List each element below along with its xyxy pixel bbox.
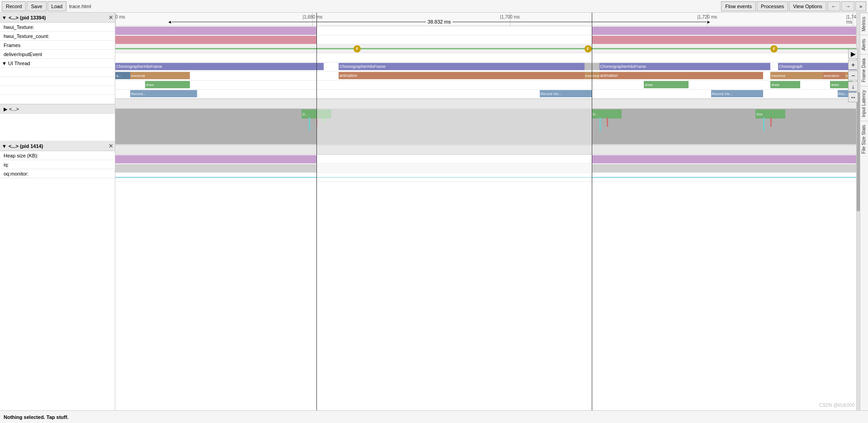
track-frames[interactable]: F F F: [115, 44, 860, 53]
tab-metrics[interactable]: Metrics: [860, 13, 868, 35]
mini-bar-6: [763, 118, 764, 131]
bracket-left-arrow: ◄: [167, 19, 172, 24]
watermark: CSDN @码农000: [819, 402, 854, 409]
zoom-out-button[interactable]: −: [848, 71, 858, 81]
iq-gap: [316, 164, 592, 172]
process2-title: <...> (pid 1414): [9, 143, 43, 149]
track-ui-sub1[interactable]: a... traversal animation traversal anima…: [115, 71, 860, 81]
view-options-button[interactable]: View Options: [789, 1, 826, 11]
bar-traversal-1[interactable]: traversal: [130, 72, 190, 79]
track-deliver-input[interactable]: [115, 53, 860, 62]
mini-bar-1: [309, 118, 310, 131]
bracket-right-arrow: ►: [707, 19, 711, 24]
nav-left-button[interactable]: ←: [827, 1, 840, 11]
bracket-line: [172, 22, 426, 22]
filename-label: trace.html: [69, 4, 91, 9]
nav-expand-button[interactable]: »: [855, 1, 866, 11]
bar-animation-1[interactable]: animation: [339, 72, 585, 79]
track-draw[interactable]: draw draw draw draw: [115, 81, 860, 90]
zoom-down-button[interactable]: ↓: [848, 81, 858, 91]
save-button[interactable]: Save: [27, 1, 46, 11]
thread2-label: <...>: [9, 106, 19, 112]
process1-header: ▼ <...> (pid 13394) ✕: [0, 13, 115, 23]
mini-bar-5: [607, 118, 608, 127]
tab-alerts[interactable]: Alerts: [860, 35, 868, 54]
thread2-expand-icon[interactable]: ▶: [4, 106, 7, 112]
bar-d2[interactable]: D...: [592, 109, 622, 119]
process2-expand[interactable]: ▼: [2, 143, 7, 149]
v-marker-2: [592, 13, 592, 410]
mini-bar-7: [770, 118, 772, 127]
nav-right-button[interactable]: →: [841, 1, 854, 11]
record-button[interactable]: Record: [2, 1, 26, 11]
row-label-iq: iq:: [0, 160, 115, 169]
bar-choreographer-1[interactable]: Choreographer#doFrame: [115, 63, 324, 70]
row-label-ui-thread: ▼ UI Thread: [0, 59, 115, 68]
bracket-container: ◄ 38.832 ms ►: [167, 19, 711, 24]
row-label-ui-sub1: [0, 68, 115, 77]
track-hwui-texture-count[interactable]: [115, 35, 860, 44]
process1-close[interactable]: ✕: [108, 14, 113, 21]
frame-marker-3[interactable]: F: [770, 45, 778, 52]
track-hwui-texture[interactable]: [115, 26, 860, 35]
process1-expand[interactable]: ▼: [2, 15, 7, 20]
load-button[interactable]: Load: [47, 1, 66, 11]
bar-draw-2[interactable]: draw: [644, 81, 689, 88]
label-1660: |1,660 ms: [115, 14, 125, 19]
zoom-in-button[interactable]: +: [848, 60, 858, 70]
bar-draw-1[interactable]: draw: [145, 81, 190, 88]
float-controls: ▶ + − ↓ ↔: [848, 49, 858, 102]
track-heap-size[interactable]: [115, 155, 860, 164]
bracket-label: 38.832 ms: [428, 19, 451, 24]
track-iq[interactable]: [115, 164, 860, 173]
bar-choreographer-2[interactable]: Choreographer#doFrame: [339, 63, 585, 70]
track-record[interactable]: Record... Record Vie... Record Vie... Re…: [115, 90, 860, 99]
process2-header: ▼ <...> (pid 1414) ✕: [0, 141, 115, 151]
row-label-thread2-track: [0, 114, 115, 141]
timeline-container: |1,660 ms |1,680 ms |1,700 ms |1,720 ms …: [115, 13, 860, 410]
bar-record-view-1[interactable]: Record Vie...: [540, 90, 592, 97]
row-label-ui-sub4: [0, 95, 115, 104]
mini-bar-4: [599, 118, 601, 131]
track-oq[interactable]: [115, 173, 860, 182]
track-thread2[interactable]: D... D... Dra: [115, 109, 860, 145]
bar-choreographer-3[interactable]: Choreographer#doFrame: [599, 63, 771, 70]
row-label-ui-sub3: [0, 86, 115, 95]
frame-marker-1[interactable]: F: [354, 45, 361, 52]
row-label-heap: Heap size (KB):: [0, 151, 115, 160]
scroll-thumb[interactable]: [857, 92, 860, 212]
bar-dra[interactable]: Dra: [755, 109, 785, 119]
row-label-frames: Frames: [0, 41, 115, 50]
row-label-hwui-texture-count: hwui_Texture_count:: [0, 32, 115, 41]
process2-close[interactable]: ✕: [108, 143, 113, 149]
tab-frame-data[interactable]: Frame Data: [860, 54, 868, 86]
bar-gap-1: [316, 27, 592, 35]
main-area: ▼ <...> (pid 13394) ✕ hwui_Texture: hwui…: [0, 13, 868, 410]
bar-draw-3[interactable]: draw: [770, 81, 800, 88]
right-tabs-panel: Metrics Alerts Frame Data Input Latency …: [860, 13, 868, 410]
tab-input-latency[interactable]: Input Latency: [860, 86, 868, 121]
tab-file-size-stats[interactable]: File Size Stats: [860, 121, 868, 157]
bar-gap-2: [316, 36, 592, 44]
frame-marker-2[interactable]: F: [585, 45, 592, 52]
processes-button[interactable]: Processes: [757, 1, 788, 11]
timeline-ruler[interactable]: |1,660 ms |1,680 ms |1,700 ms |1,720 ms …: [115, 13, 860, 26]
bar-choreographer-4[interactable]: Choreograph: [778, 63, 860, 70]
fit-button[interactable]: ↔: [848, 92, 858, 102]
track-ui-thread-choreographer[interactable]: Choreographer#doFrame Choreographer#doFr…: [115, 62, 860, 71]
bar-a1[interactable]: a...: [115, 72, 130, 79]
row-label-hwui-texture: hwui_Texture:: [0, 23, 115, 32]
bar-traversal-3[interactable]: traversal: [770, 72, 822, 79]
v-marker-1: [316, 13, 317, 410]
process1-title: <...> (pid 13394): [9, 15, 46, 20]
labels-panel: ▼ <...> (pid 13394) ✕ hwui_Texture: hwui…: [0, 13, 115, 410]
flow-events-button[interactable]: Flow events: [721, 1, 756, 11]
bar-record-view-2[interactable]: Record Vie...: [711, 90, 763, 97]
frames-green-bar: [115, 48, 860, 49]
status-bar: Nothing selected. Tap stuff.: [0, 410, 868, 423]
cursor-button[interactable]: ▶: [848, 49, 858, 59]
bar-record-1[interactable]: Record...: [130, 90, 197, 97]
bar-animation-2[interactable]: animation: [599, 72, 763, 79]
row-label-thread2[interactable]: ▶ <...>: [0, 104, 115, 114]
status-text: Nothing selected. Tap stuff.: [4, 414, 68, 420]
